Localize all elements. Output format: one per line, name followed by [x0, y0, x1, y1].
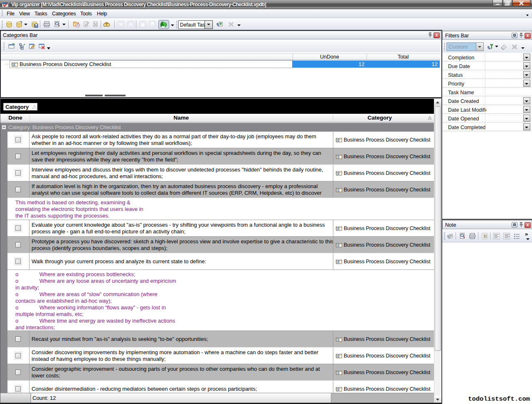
svg-text:B: B: [483, 233, 487, 239]
